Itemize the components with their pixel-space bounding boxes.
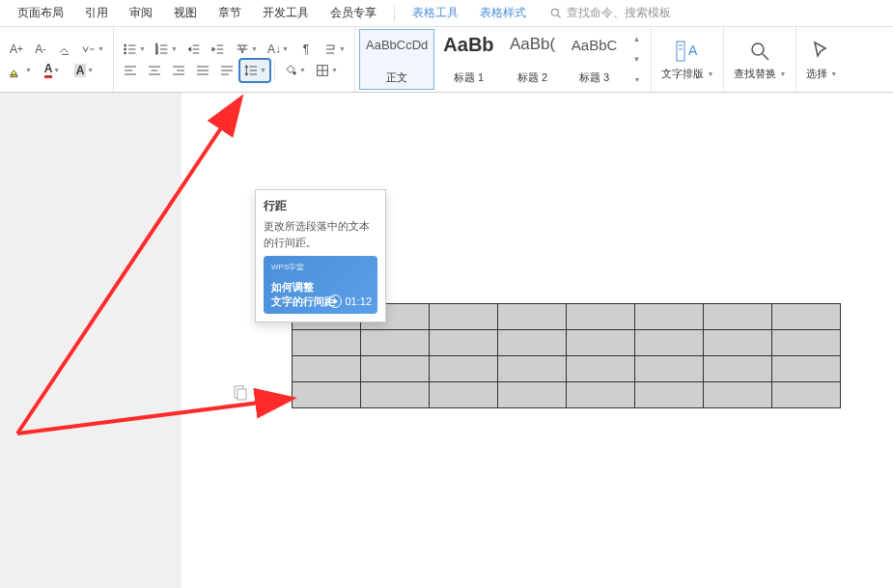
- style-heading3[interactable]: AaBbC 标题 3: [565, 29, 625, 90]
- align-right-icon: [171, 63, 186, 78]
- paste-options-button[interactable]: [232, 384, 249, 402]
- line-break-button[interactable]: ▼: [320, 39, 349, 60]
- svg-point-0: [551, 9, 558, 15]
- chevron-down-icon: ▼: [282, 45, 289, 52]
- chevron-down-icon: ▼: [171, 45, 178, 52]
- menu-member[interactable]: 会员专享: [322, 1, 384, 25]
- video-tag: WPS学堂: [271, 262, 370, 272]
- shrink-font-button[interactable]: A-: [30, 39, 51, 60]
- styles-gallery: AaBbCcDd 正文 AaBb 标题 1 AaBb( 标题 2 AaBbC 标…: [355, 27, 652, 92]
- shading-button[interactable]: ▼: [280, 60, 309, 81]
- svg-rect-44: [677, 42, 684, 61]
- chevron-down-icon[interactable]: ▼: [252, 390, 259, 397]
- bucket-icon: [283, 63, 298, 78]
- line-spacing-icon: [243, 63, 259, 78]
- select-label: 选择▼: [806, 67, 837, 81]
- break-icon: [322, 42, 338, 57]
- align-center-button[interactable]: [144, 60, 165, 81]
- text-layout-button[interactable]: A 文字排版▼: [652, 27, 724, 92]
- find-replace-icon: [746, 39, 773, 64]
- align-left-icon: [123, 63, 138, 78]
- search-placeholder: 查找命令、搜索模板: [567, 5, 671, 21]
- grow-font-button[interactable]: A+: [6, 39, 27, 60]
- menu-page-layout[interactable]: 页面布局: [10, 1, 71, 25]
- align-center-icon: [147, 63, 162, 78]
- style-preview: AaBbC: [572, 34, 618, 55]
- menu-separator: [394, 6, 395, 21]
- floating-toolbar: ▼: [232, 384, 259, 402]
- bullets-button[interactable]: ▼: [120, 39, 149, 60]
- svg-point-48: [752, 43, 764, 55]
- chevron-down-icon: ▼: [87, 67, 94, 73]
- numbering-icon: 123: [154, 42, 170, 57]
- style-body[interactable]: AaBbCcDd 正文: [359, 29, 434, 90]
- svg-text:A: A: [688, 42, 698, 58]
- command-search[interactable]: 查找命令、搜索模板: [549, 5, 671, 21]
- chevron-down-icon: ▼: [830, 70, 837, 77]
- svg-point-5: [125, 52, 126, 54]
- video-duration: 01:12: [328, 294, 372, 308]
- separator: [274, 62, 275, 79]
- sort-button[interactable]: A↓▼: [264, 39, 293, 60]
- svg-rect-2: [11, 74, 17, 76]
- bullets-icon: [123, 42, 138, 57]
- menu-devtools[interactable]: 开发工具: [255, 1, 317, 25]
- menu-sections[interactable]: 章节: [210, 1, 249, 25]
- tooltip-video-card[interactable]: WPS学堂 如何调整 文字的行间距 01:12: [264, 256, 377, 314]
- chevron-down-icon: ▼: [98, 45, 104, 52]
- clear-format-button[interactable]: [54, 39, 75, 60]
- line-spacing-button[interactable]: ▼: [240, 60, 269, 81]
- svg-point-4: [125, 48, 126, 50]
- styles-scroll-up[interactable]: ▲: [629, 34, 645, 44]
- find-replace-label: 查找替换▼: [734, 67, 786, 81]
- style-preview: AaBb(: [510, 34, 555, 55]
- chevron-down-icon: ▼: [299, 67, 306, 73]
- align-right-button[interactable]: [168, 60, 189, 81]
- chevron-down-icon: ▼: [139, 45, 146, 52]
- align-left-button[interactable]: [120, 60, 141, 81]
- document-area: 行距 更改所选段落中的文本的行间距。 WPS学堂 如何调整 文字的行间距 01:…: [0, 93, 893, 588]
- menu-table-tools[interactable]: 表格工具: [405, 1, 466, 25]
- menu-table-styles[interactable]: 表格样式: [472, 1, 534, 25]
- style-label: 标题 3: [579, 70, 609, 85]
- tooltip-description: 更改所选段落中的文本的行间距。: [264, 218, 377, 250]
- svg-line-1: [558, 14, 561, 17]
- svg-point-3: [125, 44, 126, 46]
- style-label: 标题 2: [517, 70, 547, 85]
- style-preview: AaBbCcDd: [366, 34, 428, 55]
- character-shading-button[interactable]: A ▼: [70, 60, 98, 81]
- menu-references[interactable]: 引用: [77, 1, 116, 25]
- table-row[interactable]: [293, 330, 841, 356]
- select-button[interactable]: 选择▼: [796, 27, 847, 92]
- decrease-indent-button[interactable]: [183, 39, 205, 60]
- chevron-down-icon: ▼: [53, 67, 60, 73]
- text-layout-label: 文字排版▼: [661, 67, 713, 81]
- table-row[interactable]: [293, 382, 841, 408]
- increase-indent-button[interactable]: [208, 39, 229, 60]
- menu-review[interactable]: 审阅: [122, 1, 160, 25]
- highlight-button[interactable]: ▼: [6, 60, 35, 81]
- show-marks-button[interactable]: ¶: [295, 39, 317, 60]
- chevron-down-icon: ▼: [251, 45, 258, 52]
- asian-layout-button[interactable]: ▼: [232, 39, 261, 60]
- numbering-button[interactable]: 123 ▼: [152, 39, 181, 60]
- borders-icon: [315, 63, 330, 78]
- font-color-button[interactable]: A ▼: [38, 60, 67, 81]
- change-case-button[interactable]: ▼: [78, 39, 107, 60]
- table-row[interactable]: [293, 356, 841, 382]
- borders-button[interactable]: ▼: [312, 60, 341, 81]
- menu-view[interactable]: 视图: [166, 1, 205, 25]
- style-preview: AaBb: [443, 34, 493, 55]
- align-justify-button[interactable]: [192, 60, 213, 81]
- find-replace-button[interactable]: 查找替换▼: [724, 27, 796, 92]
- svg-text:3: 3: [155, 50, 158, 55]
- styles-scroll-down[interactable]: ▼: [629, 54, 645, 65]
- styles-expand[interactable]: ▾: [631, 74, 643, 85]
- align-distribute-icon: [219, 63, 235, 78]
- style-heading2[interactable]: AaBb( 标题 2: [503, 29, 563, 90]
- style-heading1[interactable]: AaBb 标题 1: [436, 29, 500, 90]
- menubar: 页面布局 引用 审阅 视图 章节 开发工具 会员专享 表格工具 表格样式 查找命…: [0, 0, 893, 27]
- chevron-down-icon: ▼: [331, 67, 338, 73]
- align-distribute-button[interactable]: [216, 60, 237, 81]
- outdent-icon: [186, 42, 202, 57]
